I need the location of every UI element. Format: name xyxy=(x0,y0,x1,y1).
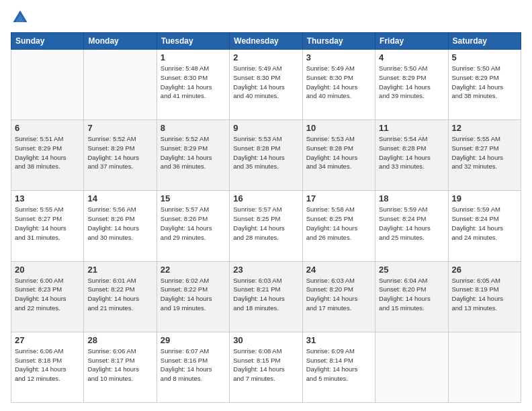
calendar-cell: 22Sunrise: 6:02 AM Sunset: 8:22 PM Dayli… xyxy=(157,261,229,332)
calendar-cell: 4Sunrise: 5:50 AM Sunset: 8:29 PM Daylig… xyxy=(375,50,448,120)
calendar-cell: 27Sunrise: 6:06 AM Sunset: 8:18 PM Dayli… xyxy=(11,332,84,402)
day-number: 21 xyxy=(87,265,152,275)
day-number: 25 xyxy=(379,265,444,275)
calendar-cell: 30Sunrise: 6:08 AM Sunset: 8:15 PM Dayli… xyxy=(230,332,302,402)
calendar-week-5: 27Sunrise: 6:06 AM Sunset: 8:18 PM Dayli… xyxy=(11,332,521,402)
day-number: 26 xyxy=(452,265,517,275)
header xyxy=(11,8,521,27)
calendar-cell xyxy=(375,332,448,402)
day-info: Sunrise: 5:59 AM Sunset: 8:24 PM Dayligh… xyxy=(379,205,444,242)
day-number: 12 xyxy=(452,123,517,133)
day-number: 22 xyxy=(161,265,226,275)
day-number: 14 xyxy=(87,193,152,203)
day-info: Sunrise: 6:07 AM Sunset: 8:16 PM Dayligh… xyxy=(161,347,226,383)
calendar-cell: 18Sunrise: 5:59 AM Sunset: 8:24 PM Dayli… xyxy=(375,191,448,261)
day-info: Sunrise: 5:59 AM Sunset: 8:24 PM Dayligh… xyxy=(452,205,517,242)
day-info: Sunrise: 5:52 AM Sunset: 8:29 PM Dayligh… xyxy=(161,134,226,171)
day-info: Sunrise: 6:09 AM Sunset: 8:14 PM Dayligh… xyxy=(306,347,371,383)
day-info: Sunrise: 5:53 AM Sunset: 8:28 PM Dayligh… xyxy=(306,134,371,171)
calendar-cell xyxy=(448,332,521,402)
calendar-cell: 16Sunrise: 5:57 AM Sunset: 8:25 PM Dayli… xyxy=(230,191,302,261)
day-info: Sunrise: 5:56 AM Sunset: 8:26 PM Dayligh… xyxy=(87,205,152,242)
day-number: 30 xyxy=(233,335,298,345)
day-number: 4 xyxy=(379,52,444,62)
day-number: 6 xyxy=(15,123,80,133)
calendar-cell: 23Sunrise: 6:03 AM Sunset: 8:21 PM Dayli… xyxy=(230,261,302,332)
day-number: 19 xyxy=(452,193,517,203)
calendar-cell: 25Sunrise: 6:04 AM Sunset: 8:20 PM Dayli… xyxy=(375,261,448,332)
day-number: 15 xyxy=(161,193,226,203)
calendar-week-2: 6Sunrise: 5:51 AM Sunset: 8:29 PM Daylig… xyxy=(11,120,521,191)
calendar-cell: 13Sunrise: 5:55 AM Sunset: 8:27 PM Dayli… xyxy=(11,191,84,261)
calendar-cell: 12Sunrise: 5:55 AM Sunset: 8:27 PM Dayli… xyxy=(448,120,521,191)
weekday-header-wednesday: Wednesday xyxy=(230,33,302,50)
day-number: 29 xyxy=(161,335,226,345)
day-number: 16 xyxy=(233,193,298,203)
calendar-week-3: 13Sunrise: 5:55 AM Sunset: 8:27 PM Dayli… xyxy=(11,191,521,261)
weekday-header-friday: Friday xyxy=(375,33,448,50)
day-info: Sunrise: 5:52 AM Sunset: 8:29 PM Dayligh… xyxy=(87,134,152,171)
page: SundayMondayTuesdayWednesdayThursdayFrid… xyxy=(0,0,532,411)
calendar-cell: 8Sunrise: 5:52 AM Sunset: 8:29 PM Daylig… xyxy=(157,120,229,191)
day-info: Sunrise: 6:03 AM Sunset: 8:21 PM Dayligh… xyxy=(233,276,298,313)
calendar-cell: 28Sunrise: 6:06 AM Sunset: 8:17 PM Dayli… xyxy=(84,332,157,402)
day-info: Sunrise: 6:04 AM Sunset: 8:20 PM Dayligh… xyxy=(379,276,444,313)
weekday-header-tuesday: Tuesday xyxy=(157,33,229,50)
day-number: 23 xyxy=(233,265,298,275)
calendar-cell: 26Sunrise: 6:05 AM Sunset: 8:19 PM Dayli… xyxy=(448,261,521,332)
calendar-cell: 5Sunrise: 5:50 AM Sunset: 8:29 PM Daylig… xyxy=(448,50,521,120)
calendar-cell: 1Sunrise: 5:48 AM Sunset: 8:30 PM Daylig… xyxy=(157,50,229,120)
calendar-cell: 31Sunrise: 6:09 AM Sunset: 8:14 PM Dayli… xyxy=(302,332,375,402)
calendar-cell: 20Sunrise: 6:00 AM Sunset: 8:23 PM Dayli… xyxy=(11,261,84,332)
day-info: Sunrise: 5:57 AM Sunset: 8:26 PM Dayligh… xyxy=(161,205,226,242)
day-number: 10 xyxy=(306,123,371,133)
day-info: Sunrise: 6:00 AM Sunset: 8:23 PM Dayligh… xyxy=(15,276,80,313)
day-number: 17 xyxy=(306,193,371,203)
day-number: 5 xyxy=(452,52,517,62)
calendar-week-1: 1Sunrise: 5:48 AM Sunset: 8:30 PM Daylig… xyxy=(11,50,521,120)
calendar-cell xyxy=(11,50,84,120)
weekday-header-thursday: Thursday xyxy=(302,33,375,50)
weekday-header-sunday: Sunday xyxy=(11,33,84,50)
day-number: 3 xyxy=(306,52,371,62)
day-number: 31 xyxy=(306,335,371,345)
day-number: 13 xyxy=(15,193,80,203)
calendar-cell: 21Sunrise: 6:01 AM Sunset: 8:22 PM Dayli… xyxy=(84,261,157,332)
day-info: Sunrise: 5:49 AM Sunset: 8:30 PM Dayligh… xyxy=(306,64,371,101)
day-number: 18 xyxy=(379,193,444,203)
weekday-header-row: SundayMondayTuesdayWednesdayThursdayFrid… xyxy=(11,33,521,50)
day-info: Sunrise: 5:49 AM Sunset: 8:30 PM Dayligh… xyxy=(233,64,298,101)
day-number: 27 xyxy=(15,335,80,345)
calendar-cell: 9Sunrise: 5:53 AM Sunset: 8:28 PM Daylig… xyxy=(230,120,302,191)
calendar-cell: 6Sunrise: 5:51 AM Sunset: 8:29 PM Daylig… xyxy=(11,120,84,191)
calendar-cell: 11Sunrise: 5:54 AM Sunset: 8:28 PM Dayli… xyxy=(375,120,448,191)
calendar-cell: 17Sunrise: 5:58 AM Sunset: 8:25 PM Dayli… xyxy=(302,191,375,261)
calendar-cell: 24Sunrise: 6:03 AM Sunset: 8:20 PM Dayli… xyxy=(302,261,375,332)
day-number: 2 xyxy=(233,52,298,62)
day-number: 1 xyxy=(161,52,226,62)
day-info: Sunrise: 5:50 AM Sunset: 8:29 PM Dayligh… xyxy=(379,64,444,101)
day-number: 7 xyxy=(87,123,152,133)
calendar-week-4: 20Sunrise: 6:00 AM Sunset: 8:23 PM Dayli… xyxy=(11,261,521,332)
calendar-cell xyxy=(84,50,157,120)
calendar-cell: 2Sunrise: 5:49 AM Sunset: 8:30 PM Daylig… xyxy=(230,50,302,120)
day-info: Sunrise: 6:08 AM Sunset: 8:15 PM Dayligh… xyxy=(233,347,298,383)
weekday-header-saturday: Saturday xyxy=(448,33,521,50)
day-info: Sunrise: 5:54 AM Sunset: 8:28 PM Dayligh… xyxy=(379,134,444,171)
day-info: Sunrise: 6:06 AM Sunset: 8:17 PM Dayligh… xyxy=(87,347,152,383)
day-number: 8 xyxy=(161,123,226,133)
calendar-cell: 15Sunrise: 5:57 AM Sunset: 8:26 PM Dayli… xyxy=(157,191,229,261)
day-info: Sunrise: 5:53 AM Sunset: 8:28 PM Dayligh… xyxy=(233,134,298,171)
calendar-cell: 29Sunrise: 6:07 AM Sunset: 8:16 PM Dayli… xyxy=(157,332,229,402)
calendar-table: SundayMondayTuesdayWednesdayThursdayFrid… xyxy=(11,32,521,403)
day-info: Sunrise: 6:03 AM Sunset: 8:20 PM Dayligh… xyxy=(306,276,371,313)
day-info: Sunrise: 5:51 AM Sunset: 8:29 PM Dayligh… xyxy=(15,134,80,171)
logo-icon xyxy=(11,8,30,27)
day-info: Sunrise: 6:05 AM Sunset: 8:19 PM Dayligh… xyxy=(452,276,517,313)
day-number: 9 xyxy=(233,123,298,133)
calendar-cell: 19Sunrise: 5:59 AM Sunset: 8:24 PM Dayli… xyxy=(448,191,521,261)
day-info: Sunrise: 6:06 AM Sunset: 8:18 PM Dayligh… xyxy=(15,347,80,383)
day-info: Sunrise: 5:55 AM Sunset: 8:27 PM Dayligh… xyxy=(15,205,80,242)
day-info: Sunrise: 5:55 AM Sunset: 8:27 PM Dayligh… xyxy=(452,134,517,171)
day-info: Sunrise: 5:57 AM Sunset: 8:25 PM Dayligh… xyxy=(233,205,298,242)
